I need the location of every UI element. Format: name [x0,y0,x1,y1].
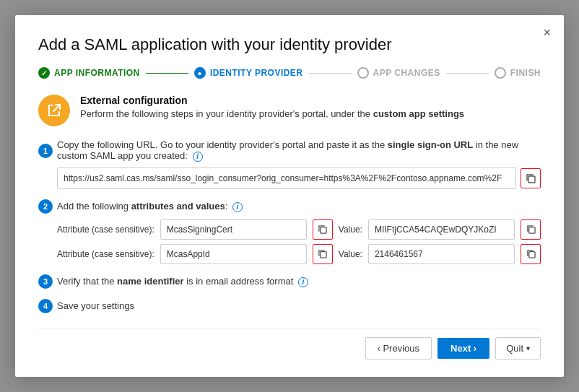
step-item-2: 2 Add the following attributes and value… [38,199,541,264]
modal: × Add a SAML application with your ident… [15,15,564,377]
step-line-1 [146,73,188,74]
value2-label: Value: [339,249,362,259]
attr2-copy-button[interactable] [313,244,333,264]
step-app-info-label: APP INFORMATION [54,68,140,78]
quit-label: Quit [506,343,523,354]
step-identity-provider: ● IDENTITY PROVIDER [194,67,303,79]
stepper: ✓ APP INFORMATION ● IDENTITY PROVIDER AP… [38,67,541,79]
step-app-changes: APP CHANGES [357,67,440,79]
svg-rect-1 [321,227,326,233]
modal-overlay: × Add a SAML application with your ident… [0,0,579,392]
value2-copy-button[interactable] [521,244,541,264]
attr1-copy-button[interactable] [313,219,333,240]
value1-label: Value: [339,225,362,235]
step3-info-icon[interactable]: i [298,277,308,287]
step-line-2 [309,73,352,74]
step-line-3 [446,73,489,74]
step-item-3: 3 Verify that the name identifier is in … [38,274,541,289]
step-app-info-icon: ✓ [38,67,50,79]
ext-config-icon [38,95,70,126]
modal-title: Add a SAML application with your identit… [38,35,541,54]
svg-rect-4 [528,252,534,258]
step3-num: 3 [38,274,53,289]
quit-button[interactable]: Quit ▾ [495,337,541,360]
step1-header: 1 Copy the following URL. Go to your ide… [38,139,541,162]
step4-header: 4 Save your settings [38,299,541,313]
svg-rect-2 [528,227,534,233]
step1-label: Copy the following URL. Go to your ident… [57,139,541,162]
step3-header: 3 Verify that the name identifier is in … [38,274,541,289]
modal-footer: ‹ Previous Next › Quit ▾ [38,328,541,360]
step-item-4: 4 Save your settings [38,299,541,313]
ext-config-description: Perform the following steps in your iden… [80,108,464,119]
quit-chevron-icon: ▾ [526,344,530,352]
step-finish-icon [495,67,506,79]
step2-header: 2 Add the following attributes and value… [38,199,541,214]
attr1-label: Attribute (case sensitive): [57,225,154,235]
step-identity-provider-label: IDENTITY PROVIDER [210,68,303,78]
url-row [57,167,541,189]
step-finish-label: FINISH [510,68,541,78]
value2-input[interactable] [368,244,515,264]
step2-info-icon[interactable]: i [232,202,243,212]
step-app-changes-icon [357,67,369,79]
step4-num: 4 [38,299,53,313]
svg-rect-0 [528,176,535,183]
ext-config-title: External configuration [80,95,464,106]
attr2-value-input[interactable] [160,244,307,264]
step1-num: 1 [38,144,53,158]
step-identity-provider-icon: ● [194,67,206,79]
url-input[interactable] [57,167,516,189]
ext-config-text: External configuration Perform the follo… [80,95,464,119]
step-item-1: 1 Copy the following URL. Go to your ide… [38,139,541,189]
step-finish: FINISH [495,67,541,79]
ext-config-section: External configuration Perform the follo… [38,95,541,126]
attr2-label: Attribute (case sensitive): [57,249,154,259]
step4-label: Save your settings [57,300,134,311]
attr-grid: Attribute (case sensitive): Value: [57,219,541,264]
previous-button[interactable]: ‹ Previous [365,337,432,360]
url-copy-button[interactable] [521,168,541,188]
step2-label: Add the following attributes and values:… [57,201,243,212]
step1-info-icon[interactable]: i [193,152,203,162]
step-app-changes-label: APP CHANGES [373,68,440,78]
step2-num: 2 [38,199,53,214]
step-app-info: ✓ APP INFORMATION [38,67,140,79]
value1-input[interactable] [368,219,515,240]
next-button[interactable]: Next › [437,338,489,359]
step3-label: Verify that the name identifier is in em… [57,276,308,287]
close-button[interactable]: × [543,25,551,40]
svg-rect-3 [321,252,326,258]
value1-copy-button[interactable] [521,219,541,240]
attr1-value-input[interactable] [160,219,307,240]
